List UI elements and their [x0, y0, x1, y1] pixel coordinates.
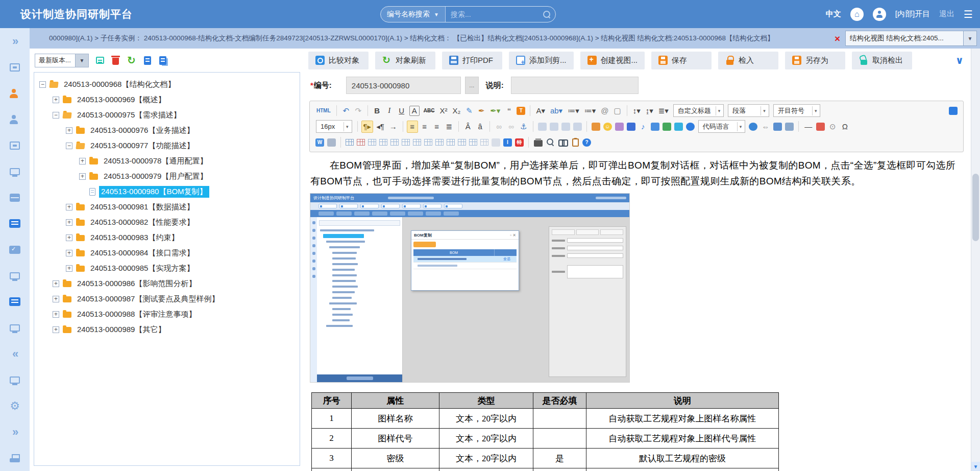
block-outdent-icon[interactable] [573, 123, 582, 131]
team-review-icon[interactable] [9, 89, 20, 98]
action-button[interactable]: 创建视图... [580, 52, 645, 69]
subscript-icon[interactable]: X₂ [450, 105, 462, 117]
monitor-config-icon[interactable] [10, 272, 20, 279]
preview-icon[interactable] [547, 138, 554, 146]
insert-row-above-icon[interactable] [390, 139, 399, 146]
code-input[interactable] [346, 77, 461, 94]
tree-item[interactable]: +240513-0000987【测试要点及典型样例】 [34, 291, 300, 307]
emoji-icon[interactable]: ☺ [603, 123, 612, 131]
chart-icon[interactable] [663, 123, 671, 131]
tree-item[interactable]: +240513-0000986【影响范围分析】 [34, 276, 300, 291]
logout-button[interactable]: 退出 [939, 9, 954, 19]
insert-column-right-icon[interactable] [424, 139, 432, 146]
tree-item[interactable]: +240513-0000983【约束】 [34, 230, 300, 245]
paste-icon[interactable] [572, 138, 579, 147]
user-avatar-icon[interactable] [873, 8, 886, 21]
char-border-icon[interactable]: A [409, 106, 420, 116]
copy-doc-icon[interactable] [159, 56, 166, 65]
table-style-icon[interactable] [480, 139, 488, 146]
menu-icon[interactable]: ☰ [964, 8, 973, 20]
team-icon[interactable] [9, 115, 20, 124]
map-icon[interactable] [674, 123, 683, 131]
delete-row-icon[interactable] [435, 139, 444, 146]
expander-plus-icon[interactable]: + [66, 127, 72, 134]
auto-number-icon[interactable]: @ [599, 105, 610, 117]
bullet-list-icon[interactable]: ≔▾ [582, 105, 598, 117]
scroll-down-icon[interactable]: ▼ [971, 462, 980, 471]
insert-column-left-icon[interactable] [413, 139, 421, 146]
tree-item[interactable]: +240513-0000976【业务描述】 [34, 123, 300, 138]
italic-icon[interactable]: I [384, 105, 395, 117]
paragraph-spacing-icon[interactable]: ↨▾ [644, 105, 655, 117]
formula-doc-icon[interactable] [492, 138, 500, 147]
ltr-paragraph-icon[interactable]: ¶▸ [361, 121, 374, 133]
expander-plus-icon[interactable]: + [53, 97, 59, 103]
expander-plus-icon[interactable]: + [53, 326, 59, 333]
help-icon[interactable]: ? [582, 138, 591, 147]
search-category-dropdown[interactable]: 编号名称搜索 ▼ [381, 7, 446, 22]
description-input[interactable] [511, 77, 639, 94]
expander-minus-icon[interactable]: − [53, 112, 59, 119]
align-right-icon[interactable]: ≡ [431, 121, 443, 133]
table-properties-icon[interactable] [368, 139, 376, 146]
paste-plain-icon[interactable] [327, 138, 336, 147]
action-button[interactable]: 打印PDF [442, 52, 502, 69]
video-icon[interactable] [627, 123, 635, 131]
collapse-icon[interactable]: « [12, 347, 17, 361]
music-icon[interactable]: ♪ [638, 121, 649, 133]
tree-item[interactable]: +240513-0000978【通用配置】 [34, 153, 300, 169]
action-button[interactable]: 取消检出 [852, 52, 912, 69]
expander-plus-icon[interactable]: + [66, 204, 72, 210]
action-button[interactable]: 添加到剪... [509, 52, 574, 69]
link-icon[interactable]: ∞ [494, 121, 505, 133]
document-content[interactable]: 在BOM管理界面，增加菜单“复制BOM”，用户选择菜单后，即可弹出BOM复制对话… [305, 152, 971, 471]
view-selector-dropdown[interactable]: 结构化视图 结构化文档:2405... ▼ [845, 31, 977, 46]
expander-plus-icon[interactable]: + [79, 173, 86, 180]
indent-increase-icon[interactable] [550, 123, 558, 131]
brush-icon[interactable]: ✒ [476, 105, 487, 117]
block-indent-icon[interactable] [561, 123, 570, 131]
bold-icon[interactable]: B [372, 105, 383, 117]
tree-item[interactable]: +240513-0000981【数据描述】 [34, 199, 300, 215]
delete-icon[interactable] [112, 58, 119, 65]
search-icon[interactable] [543, 11, 550, 18]
monitor-config-icon-2[interactable] [10, 324, 20, 332]
formula-icon[interactable]: I [503, 138, 512, 147]
dashboard-icon[interactable] [10, 376, 20, 384]
tree-item[interactable]: +240513-0000979【用户配置】 [34, 169, 300, 184]
action-button[interactable]: 保存 [651, 52, 712, 69]
parts-box-icon[interactable] [10, 194, 20, 202]
vertical-scrollbar[interactable]: ▼ [971, 49, 980, 471]
expander-plus-icon[interactable]: + [66, 234, 72, 241]
format-painter-icon[interactable]: ✒▾ [488, 105, 502, 117]
expander-plus-icon[interactable]: + [53, 280, 59, 287]
rtl-paragraph-icon[interactable]: ◂¶ [374, 121, 386, 133]
heading-style-select[interactable]: 自定义标题▾ [673, 104, 724, 117]
font-color-icon[interactable]: A▾ [534, 105, 547, 117]
tree-item[interactable]: 240513-0000980【BOM复制】 [34, 184, 300, 199]
time-icon[interactable]: ⊙ [827, 121, 838, 133]
more-button[interactable]: ... [465, 77, 479, 94]
highlight-color-icon[interactable]: ab▾ [548, 105, 565, 117]
expander-minus-icon[interactable]: − [66, 143, 72, 149]
calendar-icon[interactable] [816, 123, 825, 131]
code-language-select[interactable]: 代码语言▾ [698, 120, 746, 133]
expander-plus-icon[interactable]: + [53, 296, 59, 302]
expander-plus-icon[interactable]: + [66, 250, 72, 256]
version-selector-dropdown[interactable]: 最新版本... ▼ [35, 54, 89, 67]
blockquote-icon[interactable]: “ [503, 105, 514, 117]
paste-from-word-icon[interactable]: W [315, 138, 324, 147]
tree-item[interactable]: +240513-0000984【接口需求】 [34, 245, 300, 261]
globe-icon[interactable] [686, 123, 695, 131]
module-cube-icon-2[interactable] [10, 142, 20, 150]
fullscreen-icon[interactable] [949, 107, 958, 115]
horizontal-rule-icon[interactable]: — [802, 121, 814, 133]
tree-item[interactable]: +240513-0000985【实现方案】 [34, 261, 300, 276]
action-button[interactable]: 检入 [718, 52, 778, 69]
insert-table-icon[interactable] [346, 139, 354, 146]
screens-icon[interactable] [10, 168, 20, 175]
eraser-icon[interactable]: ✎ [463, 105, 475, 117]
add-structure-icon[interactable] [96, 57, 104, 64]
cell-properties-icon[interactable] [379, 139, 387, 146]
template-icon[interactable] [785, 123, 794, 131]
